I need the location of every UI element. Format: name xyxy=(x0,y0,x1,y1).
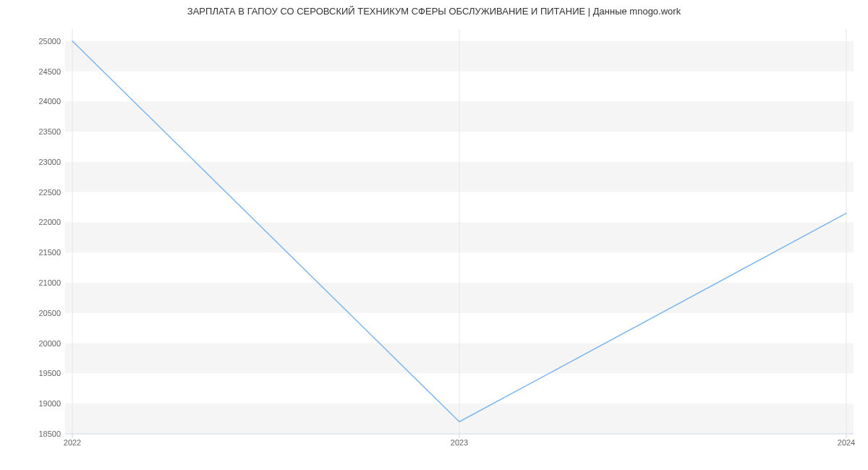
y-tick-label: 20500 xyxy=(3,309,61,317)
chart-title: ЗАРПЛАТА В ГАПОУ СО СЕРОВСКИЙ ТЕХНИКУМ С… xyxy=(0,6,868,17)
y-tick-label: 18500 xyxy=(3,430,61,438)
plot-area xyxy=(65,29,854,434)
chart-svg xyxy=(65,29,854,434)
x-tick-label: 2022 xyxy=(64,438,81,447)
y-tick-label: 24000 xyxy=(3,97,61,106)
y-tick-label: 22500 xyxy=(3,188,61,197)
y-tick-label: 20000 xyxy=(3,339,61,348)
x-tick-label: 2023 xyxy=(451,438,468,447)
y-tick-label: 23000 xyxy=(3,158,61,166)
chart-container: ЗАРПЛАТА В ГАПОУ СО СЕРОВСКИЙ ТЕХНИКУМ С… xyxy=(0,0,868,470)
y-tick-label: 21000 xyxy=(3,278,61,287)
y-tick-label: 19000 xyxy=(3,399,61,408)
y-tick-label: 24500 xyxy=(3,67,61,76)
y-tick-label: 21500 xyxy=(3,248,61,257)
y-tick-label: 23500 xyxy=(3,127,61,136)
y-tick-label: 25000 xyxy=(3,37,61,46)
y-tick-label: 19500 xyxy=(3,369,61,377)
x-tick-label: 2024 xyxy=(838,438,855,447)
y-tick-label: 22000 xyxy=(3,218,61,226)
